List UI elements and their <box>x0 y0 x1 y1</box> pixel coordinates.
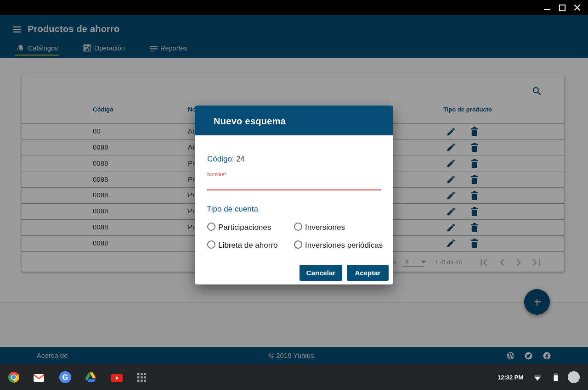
svg-text:G: G <box>62 373 68 381</box>
